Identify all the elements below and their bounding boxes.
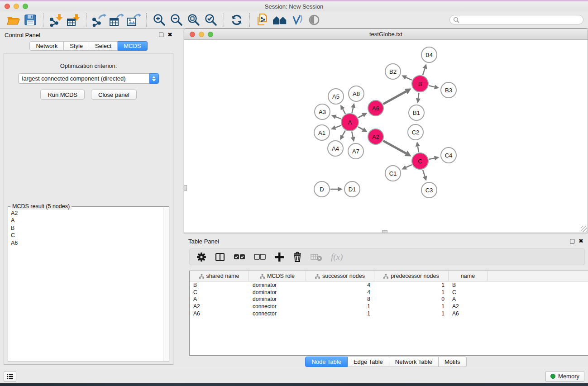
minimize-window-button[interactable] xyxy=(14,4,19,9)
export-table-button[interactable] xyxy=(108,13,125,27)
column-visibility-button[interactable] xyxy=(215,253,225,262)
minimize-network-window-button[interactable] xyxy=(199,32,204,37)
table-cell[interactable]: dominator xyxy=(249,282,306,288)
table-row[interactable]: Bdominator41B xyxy=(190,281,588,289)
table-cell[interactable]: 4 xyxy=(306,282,374,288)
table-cell[interactable]: 1 xyxy=(374,310,449,317)
splitter-grip-left[interactable] xyxy=(184,185,187,191)
zoom-selected-button[interactable] xyxy=(202,13,220,27)
graph-edge[interactable] xyxy=(342,130,345,136)
table-cell[interactable]: A xyxy=(449,296,488,302)
table-cell[interactable]: A6 xyxy=(190,310,249,317)
close-network-window-button[interactable] xyxy=(190,32,195,37)
table-cell[interactable]: A6 xyxy=(449,310,488,317)
search-field[interactable] xyxy=(449,15,583,24)
zoom-window-button[interactable] xyxy=(23,4,28,9)
first-neighbors-button[interactable] xyxy=(271,13,288,27)
column-header-MCDS-role[interactable]: MCDS role xyxy=(249,271,306,281)
graph-edge[interactable] xyxy=(423,68,425,75)
node-table[interactable]: shared nameMCDS rolesuccessor nodesprede… xyxy=(189,271,588,356)
column-header-shared-name[interactable]: shared name xyxy=(190,271,249,281)
close-window-button[interactable] xyxy=(5,4,10,9)
table-cell[interactable]: 1 xyxy=(374,303,449,310)
table-row[interactable]: A2connector11A2 xyxy=(190,303,588,310)
table-cell[interactable]: 0 xyxy=(374,296,449,302)
table-cell[interactable]: dominator xyxy=(249,289,306,295)
search-input[interactable] xyxy=(459,17,573,23)
select-all-button[interactable] xyxy=(234,254,245,260)
graph-edge[interactable] xyxy=(418,93,419,99)
tab-style[interactable]: Style xyxy=(64,41,89,51)
mcds-result-list[interactable]: A2ABCA6 xyxy=(8,207,169,247)
table-cell[interactable]: B xyxy=(190,282,249,288)
zoom-network-window-button[interactable] xyxy=(208,32,213,37)
table-cell[interactable]: 4 xyxy=(306,289,374,295)
tab-edge-table[interactable]: Edge Table xyxy=(348,357,389,367)
table-cell[interactable]: connector xyxy=(249,303,306,310)
tab-motifs[interactable]: Motifs xyxy=(439,357,467,367)
hide-graphics-details-button[interactable] xyxy=(288,13,306,27)
criterion-dropdown[interactable]: largest connected component (directed) xyxy=(18,73,159,84)
refresh-button[interactable] xyxy=(228,13,245,27)
float-panel-icon[interactable] xyxy=(159,33,163,37)
graph-edge[interactable] xyxy=(343,109,345,114)
graph-edge[interactable] xyxy=(352,108,354,113)
table-cell[interactable]: A2 xyxy=(449,303,488,310)
table-cell[interactable]: dominator xyxy=(249,296,306,302)
graph-edge[interactable] xyxy=(429,86,435,87)
table-cell[interactable]: connector xyxy=(249,310,306,317)
table-cell[interactable]: C xyxy=(449,289,488,295)
zoom-out-button[interactable] xyxy=(168,13,185,27)
duplicate-network-button[interactable] xyxy=(254,13,271,27)
delete-table-button-disabled[interactable] xyxy=(311,252,322,262)
table-cell[interactable]: A xyxy=(190,296,249,302)
memory-button[interactable]: Memory xyxy=(545,371,584,382)
deselect-all-button[interactable] xyxy=(254,254,266,260)
import-table-button[interactable] xyxy=(65,13,82,27)
result-item[interactable]: A2 xyxy=(11,210,169,217)
graph-edge[interactable] xyxy=(429,158,435,159)
table-cell[interactable]: 1 xyxy=(374,289,449,295)
graph-edge[interactable] xyxy=(335,125,341,128)
result-item[interactable]: B xyxy=(11,224,169,232)
table-row[interactable]: Adominator80A xyxy=(190,296,588,303)
column-header-name[interactable]: name xyxy=(449,271,488,281)
tab-node-table[interactable]: Node Table xyxy=(305,357,348,367)
table-row[interactable]: Cdominator41C xyxy=(190,289,588,296)
table-cell[interactable]: C xyxy=(190,289,249,295)
network-canvas[interactable]: AA1A2A3A4A5A6A7A8BB1B2B3B4CC1C2C3C4DD1 xyxy=(184,40,588,232)
result-scrollbar[interactable] xyxy=(163,207,169,361)
graph-edge[interactable] xyxy=(352,132,353,137)
import-network-button[interactable] xyxy=(48,13,65,27)
tab-mcds[interactable]: MCDS xyxy=(118,41,147,51)
column-header-successor-nodes[interactable]: successor nodes xyxy=(306,271,374,281)
export-image-button[interactable] xyxy=(125,13,142,27)
tab-network-table[interactable]: Network Table xyxy=(389,357,439,367)
graph-edge[interactable] xyxy=(358,127,363,129)
graph-edge[interactable] xyxy=(383,91,406,104)
table-cell[interactable]: 8 xyxy=(306,296,374,302)
table-cell[interactable]: A2 xyxy=(190,303,249,310)
network-window-titlebar[interactable]: testGlobe.txt xyxy=(184,29,588,40)
table-row[interactable]: A6connector11A6 xyxy=(190,310,588,317)
table-cell[interactable]: B xyxy=(449,282,488,288)
graph-edge[interactable] xyxy=(406,77,412,80)
result-item[interactable]: A6 xyxy=(11,239,169,247)
table-cell[interactable]: 1 xyxy=(374,282,449,288)
splitter-grip-bottom[interactable] xyxy=(382,230,387,233)
tab-network[interactable]: Network xyxy=(29,41,64,51)
close-panel-icon[interactable]: ✖ xyxy=(167,33,172,37)
run-mcds-button[interactable]: Run MCDS xyxy=(40,90,85,100)
result-item[interactable]: A xyxy=(11,217,169,224)
delete-column-button[interactable] xyxy=(293,252,302,262)
graph-edge[interactable] xyxy=(383,141,406,153)
create-column-button[interactable] xyxy=(274,252,284,262)
table-settings-button[interactable] xyxy=(196,252,206,262)
zoom-fit-button[interactable] xyxy=(185,13,202,27)
graph-edge[interactable] xyxy=(418,146,419,152)
save-session-button[interactable] xyxy=(22,13,39,27)
task-history-button[interactable] xyxy=(4,371,16,382)
result-item[interactable]: C xyxy=(11,232,169,239)
network-graph[interactable]: AA1A2A3A4A5A6A7A8BB1B2B3B4CC1C2C3C4DD1 xyxy=(184,40,588,232)
graph-edge[interactable] xyxy=(358,115,363,118)
